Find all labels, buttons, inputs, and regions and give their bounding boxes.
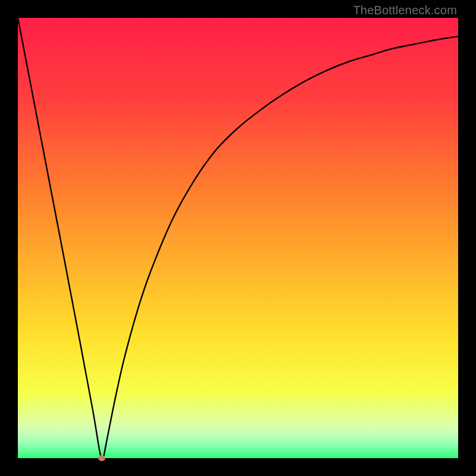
plot-area [18,18,458,458]
bottleneck-curve [18,18,458,458]
watermark-text: TheBottleneck.com [353,4,457,17]
chart-frame: TheBottleneck.com [0,0,476,476]
optimal-point-marker [98,455,105,461]
